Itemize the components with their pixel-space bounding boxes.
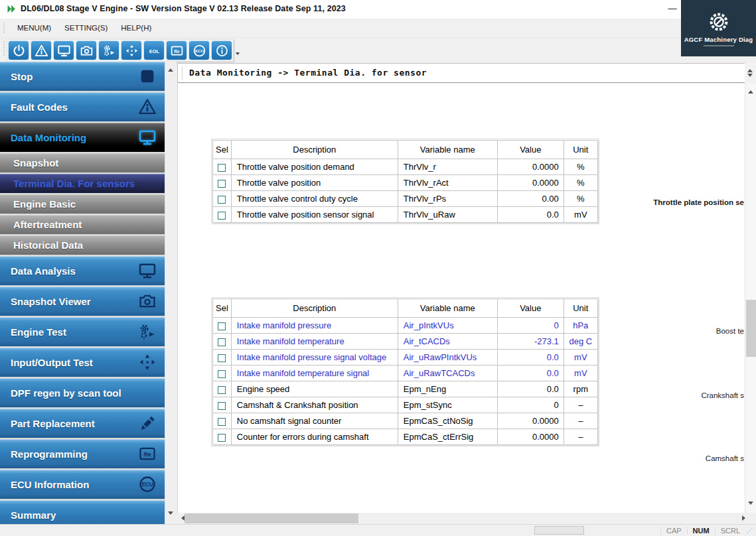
cell-variable: EpmCaS_ctErrSig bbox=[398, 429, 497, 445]
spin-up-icon[interactable] bbox=[747, 66, 753, 72]
fault-warning-toolbar-button[interactable] bbox=[31, 40, 52, 60]
sidebar-item-reprogramming[interactable]: ReprogrammingRe bbox=[0, 439, 165, 470]
row-select-checkbox[interactable] bbox=[218, 354, 226, 362]
sidebar-item-label: Stop bbox=[11, 71, 33, 82]
num-lock-indicator: NUM bbox=[687, 527, 715, 535]
vertical-scroll-thumb[interactable] bbox=[746, 300, 756, 357]
brand-divider bbox=[704, 45, 734, 46]
row-select-checkbox[interactable] bbox=[218, 322, 226, 330]
cell-select bbox=[213, 334, 232, 350]
sidebar-item-label: Part Replacement bbox=[11, 418, 95, 429]
vertical-scrollbar[interactable] bbox=[745, 84, 756, 513]
row-select-checkbox[interactable] bbox=[218, 196, 226, 204]
engine-test-toolbar-button[interactable] bbox=[98, 40, 119, 60]
column-header: Description bbox=[231, 299, 398, 318]
sidebar-item-label: ECU Information bbox=[11, 479, 89, 490]
row-select-checkbox[interactable] bbox=[218, 370, 226, 378]
cell-variable: Air_uRawPIntkVUs bbox=[398, 350, 497, 366]
cell-description: Throttle valve position bbox=[231, 175, 398, 191]
row-select-checkbox[interactable] bbox=[218, 434, 226, 442]
reprogram-toolbar-button[interactable]: Re bbox=[166, 40, 187, 60]
scroll-down-icon[interactable] bbox=[168, 511, 173, 517]
sidebar-scrollbar[interactable] bbox=[165, 62, 176, 524]
row-select-checkbox[interactable] bbox=[218, 164, 226, 172]
cell-unit: – bbox=[564, 429, 597, 445]
ecu-toolbar-button[interactable]: ECU bbox=[189, 40, 210, 60]
row-select-checkbox[interactable] bbox=[218, 180, 226, 188]
cell-description: Intake manifold pressure bbox=[231, 318, 398, 334]
table-row: Intake manifold pressureAir_pIntkVUs0hPa bbox=[213, 318, 598, 334]
cell-variable: Air_tCACDs bbox=[398, 334, 497, 350]
sidebar-item-label: Fault Codes bbox=[11, 101, 68, 113]
sidebar-item-part-replacement[interactable]: Part Replacement bbox=[0, 409, 165, 439]
column-header: Value bbox=[497, 141, 564, 159]
info-toolbar-button[interactable] bbox=[211, 40, 232, 60]
sidebar-item-fault-codes[interactable]: Fault Codes bbox=[0, 92, 165, 123]
column-header: Variable name bbox=[398, 141, 497, 159]
sidebar-item-dpf-regen[interactable]: DPF regen by scan tool bbox=[0, 378, 165, 409]
scroll-up-icon[interactable] bbox=[748, 88, 753, 94]
power-toolbar-button[interactable] bbox=[8, 40, 29, 60]
cell-variable: Epm_nEng bbox=[398, 381, 497, 397]
sidebar-item-ecu-information[interactable]: ECU InformationECU bbox=[0, 470, 165, 500]
sidebar-item-input-output-test[interactable]: Input/Output Test bbox=[0, 348, 165, 378]
reprogram-icon: Re bbox=[138, 444, 157, 463]
row-select-checkbox[interactable] bbox=[218, 402, 226, 410]
app-icon bbox=[6, 3, 17, 15]
sidebar-item-snapshot-viewer[interactable]: Snapshot Viewer bbox=[0, 287, 165, 317]
toolbar-overflow-chevron-icon[interactable] bbox=[235, 51, 241, 56]
scroll-up-icon[interactable] bbox=[168, 66, 173, 72]
scroll-left-icon[interactable] bbox=[179, 515, 185, 521]
sidebar-item-engine-basic[interactable]: Engine Basic bbox=[0, 194, 165, 215]
sidebar-item-stop[interactable]: Stop bbox=[0, 62, 165, 92]
spin-down-icon[interactable] bbox=[747, 74, 753, 80]
io-test-toolbar-button[interactable] bbox=[121, 40, 142, 60]
scroll-lock-indicator: SCRL bbox=[715, 527, 745, 535]
ecu-icon: ECU bbox=[138, 475, 157, 494]
header-scroll-spinner[interactable] bbox=[745, 63, 756, 83]
camera-toolbar-button[interactable] bbox=[76, 40, 97, 60]
row-select-checkbox[interactable] bbox=[218, 386, 226, 394]
monitor-icon bbox=[138, 261, 157, 280]
resize-grip-icon[interactable]: ⋰ bbox=[745, 527, 753, 534]
sidebar-item-data-analysis[interactable]: Data Analysis bbox=[0, 256, 165, 287]
sidebar-item-label: Historical Data bbox=[13, 239, 83, 251]
horizontal-scroll-thumb[interactable] bbox=[185, 513, 358, 523]
svg-text:Re: Re bbox=[174, 48, 180, 53]
cell-unit: – bbox=[564, 397, 597, 413]
sidebar-item-aftertreatment[interactable]: Aftertreatment bbox=[0, 215, 165, 235]
sidebar-item-historical-data[interactable]: Historical Data bbox=[0, 235, 165, 256]
sidebar-item-terminal-dia[interactable]: Terminal Dia. For sensors bbox=[0, 174, 165, 194]
menu-item-menu[interactable]: MENU(M) bbox=[11, 21, 58, 34]
sidebar-item-label: Data Analysis bbox=[11, 265, 76, 277]
toolbar-buttons: EOLReECU bbox=[7, 39, 234, 62]
cell-variable: ThrVlv_uRaw bbox=[398, 207, 497, 223]
cell-unit: % bbox=[564, 191, 597, 207]
eol-toolbar-button[interactable]: EOL bbox=[143, 40, 165, 60]
row-select-checkbox[interactable] bbox=[218, 418, 226, 426]
menu-item-help[interactable]: HELP(H) bbox=[114, 21, 158, 34]
monitor-toolbar-button[interactable] bbox=[53, 40, 74, 60]
row-select-checkbox[interactable] bbox=[218, 212, 226, 220]
stop-icon bbox=[138, 67, 157, 86]
engine-test-icon bbox=[138, 322, 157, 341]
cell-unit: mV bbox=[564, 366, 597, 381]
sidebar-item-summary[interactable]: Summary bbox=[0, 500, 165, 524]
scroll-down-icon[interactable] bbox=[748, 502, 753, 507]
sidebar-item-engine-test[interactable]: Engine Test bbox=[0, 317, 165, 348]
table-row: Camshaft & Crankshaft positionEpm_stSync… bbox=[213, 397, 598, 413]
sidebar-item-snapshot[interactable]: Snapshot bbox=[0, 153, 165, 174]
scroll-right-icon[interactable] bbox=[742, 515, 748, 521]
cell-description: Intake manifold temperature signal bbox=[231, 366, 398, 381]
minimize-button[interactable]: — bbox=[666, 1, 679, 15]
cell-description: Throttle valve position sensor signal bbox=[231, 207, 398, 223]
sidebar-nav: StopFault CodesData MonitoringSnapshotTe… bbox=[0, 62, 165, 524]
svg-text:ECU: ECU bbox=[195, 48, 204, 52]
diagram-partial-label: Crankshaft s bbox=[701, 391, 744, 399]
sidebar-item-data-monitoring[interactable]: Data Monitoring bbox=[0, 123, 165, 153]
row-select-checkbox[interactable] bbox=[218, 338, 226, 346]
svg-text:Re: Re bbox=[143, 451, 151, 458]
cell-description: No camshaft signal counter bbox=[231, 413, 398, 429]
horizontal-scrollbar[interactable] bbox=[176, 513, 756, 524]
menu-item-setting[interactable]: SETTING(S) bbox=[58, 21, 114, 34]
